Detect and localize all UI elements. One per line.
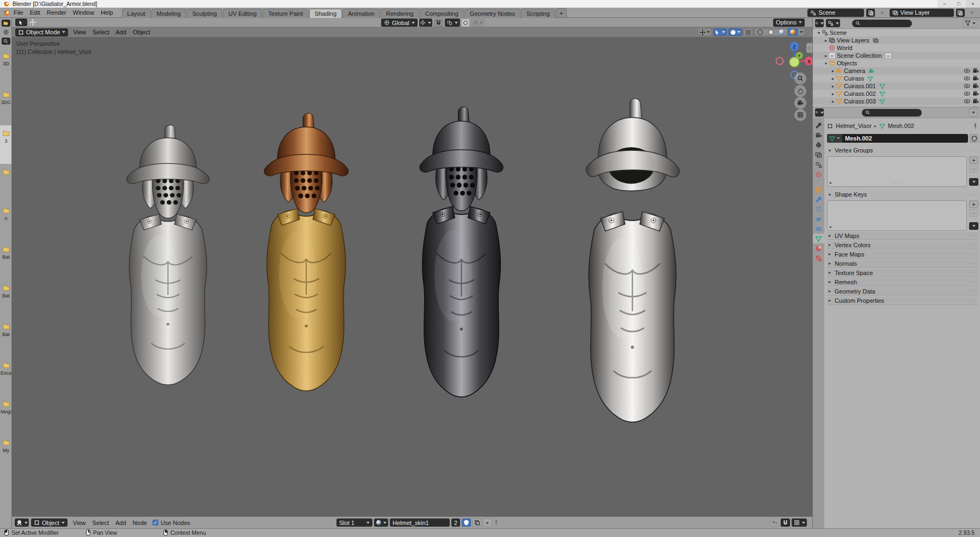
outliner-display-mode-dropdown[interactable] <box>826 19 840 27</box>
menu-item[interactable]: Add <box>113 29 130 35</box>
outliner-row[interactable]: ▸ Scene Collection <box>813 52 980 59</box>
panel-expander-icon[interactable]: ▸ <box>827 242 832 247</box>
menu-item[interactable]: Select <box>89 29 113 35</box>
breadcrumb-object[interactable]: Helmet_Visor <box>836 123 872 129</box>
editor-type-button-shader[interactable] <box>15 518 29 527</box>
list-specials-button[interactable] <box>969 178 978 186</box>
list-add-button[interactable]: + <box>969 156 978 164</box>
panel-expander-icon[interactable]: ▸ <box>827 289 832 294</box>
panel-header[interactable]: ▸ Face Maps ···· <box>827 249 978 259</box>
expander-icon[interactable]: ▸ <box>830 69 836 74</box>
cuirass-weathered-silver[interactable] <box>103 123 232 394</box>
expander-icon[interactable]: ▸ <box>823 38 829 43</box>
menu-item[interactable]: Object <box>130 29 154 35</box>
folder-item[interactable]: 3 <box>0 125 12 164</box>
panel-header[interactable]: ▸ Remesh ···· <box>827 277 978 286</box>
toggle-xray-button[interactable] <box>728 28 742 36</box>
menu-item[interactable]: Render <box>44 9 70 16</box>
workspace-tab-sculpting[interactable]: Sculpting <box>187 9 222 18</box>
list-filter-expander[interactable]: ▸ <box>830 180 832 185</box>
outliner-row[interactable]: World <box>813 44 980 52</box>
workspace-tab-modeling[interactable]: Modeling <box>151 9 187 18</box>
menu-item[interactable]: View <box>70 29 89 35</box>
menu-item[interactable]: Select <box>89 520 112 526</box>
panel-drag-handle[interactable]: ···· <box>968 279 978 285</box>
list-remove-button[interactable]: − <box>969 165 978 173</box>
panel-header[interactable]: ▾ Vertex Groups ···· <box>827 146 978 155</box>
editor-type-button-properties[interactable] <box>815 108 824 117</box>
outliner-row[interactable]: ▸ Cuirass.002 <box>813 90 980 97</box>
folder-item[interactable]: My <box>0 435 12 473</box>
folder-item[interactable]: Bat <box>0 280 12 319</box>
panel-header[interactable]: ▸ UV Maps ···· <box>827 231 978 240</box>
node-snap-toggle[interactable] <box>781 518 790 527</box>
panel-drag-handle[interactable]: ···· <box>968 260 978 266</box>
cuirass-bronze-gold[interactable] <box>241 111 371 400</box>
panel-header[interactable]: ▸ Texture Space ···· <box>827 268 978 277</box>
disable-in-renders-toggle[interactable] <box>971 98 980 105</box>
hide-in-viewport-toggle[interactable] <box>963 98 971 105</box>
properties-tab-world[interactable] <box>813 169 824 179</box>
show-overlays-dropdown[interactable] <box>713 28 727 36</box>
panel-drag-handle[interactable]: ···· <box>968 233 978 239</box>
tool-options-dropdown[interactable]: Options <box>773 19 805 27</box>
properties-tab-material[interactable] <box>813 243 824 253</box>
workspace-tab-animation[interactable]: Animation <box>342 9 380 18</box>
breadcrumb-data[interactable]: Mesh.002 <box>888 123 914 129</box>
outliner-row[interactable]: ▸ View Layers <box>813 36 980 44</box>
pivot-point-dropdown[interactable] <box>419 19 432 27</box>
minimize-button[interactable]: – <box>938 0 952 8</box>
material-copy-button[interactable] <box>473 518 481 527</box>
shading-wireframe-button[interactable] <box>755 28 765 36</box>
list-filter-expander[interactable]: ▸ <box>830 224 832 229</box>
material-pin-icon[interactable] <box>493 520 499 526</box>
use-nodes-checkbox[interactable]: ✓ <box>152 520 158 526</box>
workspace-tab-rendering[interactable]: Rendering <box>381 9 419 18</box>
properties-tab-object[interactable] <box>813 185 824 194</box>
panel-header[interactable]: ▾ Shape Keys ···· <box>827 190 978 199</box>
workspace-tab-geometry-nodes[interactable]: Geometry Nodes <box>464 9 520 18</box>
material-users-count[interactable]: 2 <box>451 518 460 527</box>
hide-in-viewport-toggle[interactable] <box>963 75 971 82</box>
properties-search-input[interactable] <box>862 109 922 117</box>
panel-drag-handle[interactable]: ···· <box>968 192 978 198</box>
properties-tab-texture[interactable] <box>813 253 824 263</box>
folder-item[interactable]: A <box>0 203 12 241</box>
material-slot-dropdown[interactable]: Slot 1 <box>336 518 372 527</box>
properties-tab-constraints[interactable] <box>813 224 824 234</box>
properties-tab-modifiers[interactable] <box>813 194 824 204</box>
mode-dropdown[interactable]: Object Mode <box>15 28 68 36</box>
material-browse-dropdown[interactable] <box>374 518 388 527</box>
outliner-row[interactable]: ▸ Camera <box>813 67 980 75</box>
list-resize-grip[interactable]: ···· <box>892 224 902 230</box>
blender-menu-icon[interactable] <box>3 9 10 16</box>
folder-item[interactable]: Bat <box>0 241 12 280</box>
view-layer-selector[interactable]: View Layer <box>890 9 954 17</box>
cuirass-polished-steel[interactable] <box>560 99 705 433</box>
panel-drag-handle[interactable]: ···· <box>968 148 978 154</box>
folder-item[interactable]: Bat <box>0 319 12 357</box>
toggle-ortho-button[interactable] <box>794 109 806 121</box>
snap-target-dropdown[interactable] <box>445 19 460 27</box>
list-remove-button[interactable]: − <box>969 209 978 217</box>
new-view-layer-button[interactable] <box>956 9 965 17</box>
proportional-editing-toggle[interactable] <box>462 19 469 27</box>
folder-item[interactable]: Mega <box>0 396 12 435</box>
outliner-row[interactable]: ▾ Scene <box>813 29 980 36</box>
transform-orientation-dropdown[interactable]: Global <box>381 19 418 27</box>
scene-selector[interactable]: Scene <box>807 9 864 17</box>
folder-item[interactable] <box>0 164 12 203</box>
add-workspace-button[interactable]: + <box>556 8 567 17</box>
settings-gear-icon[interactable] <box>3 29 9 35</box>
properties-tab-object-data[interactable] <box>813 234 824 243</box>
xray-off-button[interactable] <box>744 28 753 36</box>
new-scene-button[interactable] <box>866 9 875 17</box>
list-specials-button[interactable] <box>969 222 978 230</box>
empty-list-box[interactable]: ▸ ···· <box>827 200 967 231</box>
pin-id-icon[interactable] <box>972 123 978 129</box>
editor-type-button-outliner[interactable] <box>815 19 824 27</box>
expander-icon[interactable]: ▸ <box>823 53 829 58</box>
close-button[interactable]: × <box>966 0 980 8</box>
hide-in-viewport-toggle[interactable] <box>963 68 971 74</box>
panel-expander-icon[interactable]: ▸ <box>827 233 832 238</box>
